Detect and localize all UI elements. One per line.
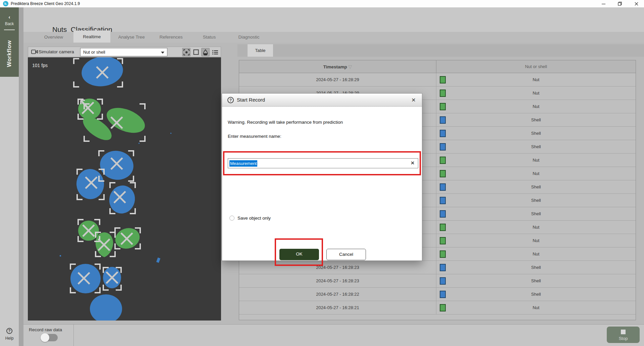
timestamp-cell: 2024-05-27 - 16:28:22: [239, 288, 436, 301]
tab-realtime[interactable]: Realtime: [73, 31, 110, 43]
close-icon: [635, 2, 638, 6]
model-select-dropdown[interactable]: Nut or shell: [80, 48, 167, 56]
class-cell: Nut: [436, 100, 636, 113]
video-camera-icon: [31, 49, 38, 56]
model-select-value: Nut or shell: [83, 50, 105, 55]
bottom-bar-divider: [73, 325, 74, 346]
table-row[interactable]: 2024-05-27 - 16:28:21Nut: [239, 301, 636, 314]
timestamp-cell: 2024-05-27 - 16:28:29: [239, 73, 436, 86]
class-cell: Nut: [436, 73, 636, 86]
window-restore-button[interactable]: [613, 0, 626, 7]
fps-counter: 101 fps: [32, 63, 48, 68]
subtab-bar: Table: [237, 44, 644, 57]
radio-button[interactable]: [229, 216, 234, 221]
column-header-timestamp[interactable]: Timestamp ▽: [239, 60, 436, 73]
main-tab-bar: Overview Realtime Analyse Tree Reference…: [23, 32, 644, 43]
rectangle-tool-button[interactable]: [192, 48, 200, 56]
stop-icon: [621, 330, 626, 334]
toggle-knob[interactable]: [41, 333, 49, 342]
class-cell: Nut: [436, 86, 636, 100]
restore-icon: [618, 2, 622, 6]
tab-table[interactable]: Table: [248, 44, 273, 57]
class-label: Shell: [436, 127, 636, 140]
record-raw-data-toggle[interactable]: [41, 334, 58, 341]
back-button[interactable]: Back: [0, 21, 19, 26]
list-view-button[interactable]: [211, 48, 219, 56]
header-band: Nuts_Classification: [23, 7, 644, 32]
camera-source-label: Simulator camera: [39, 49, 74, 54]
dialog-title: Start Record: [237, 97, 265, 103]
class-label: Nut: [436, 247, 636, 261]
dialog-close-button[interactable]: ✕: [409, 96, 418, 104]
table-row[interactable]: 2024-05-27 - 16:28:23Shell: [239, 274, 636, 288]
droplet-toggle-button[interactable]: [201, 48, 210, 56]
class-cell: Nut: [436, 247, 636, 261]
class-cell: Nut: [436, 154, 636, 167]
class-label: Nut: [436, 100, 636, 113]
auto-detect-toggle-button[interactable]: [182, 48, 191, 56]
tab-diagnostic[interactable]: Diagnostic: [230, 32, 267, 43]
class-cell: Shell: [436, 274, 636, 288]
class-label: Shell: [436, 113, 636, 127]
column-header-class[interactable]: Nut or shell: [436, 60, 636, 73]
dialog-warning-text: Warning. Recording will take performance…: [228, 120, 343, 125]
tab-references[interactable]: References: [153, 32, 190, 43]
class-cell: Nut: [436, 234, 636, 247]
radio-label: Save object only: [237, 216, 271, 221]
square-icon: [193, 49, 199, 55]
bottom-bar: Record raw data Stop: [23, 324, 644, 346]
record-raw-data-label: Record raw data: [29, 327, 62, 332]
dropdown-caret-icon: [161, 52, 164, 54]
sidebar-divider: [4, 30, 15, 30]
focus-brackets-icon: [183, 49, 190, 55]
class-label: Shell: [436, 261, 636, 274]
annotation-box-input: [223, 151, 421, 175]
detection-scene: [28, 57, 221, 321]
annotation-box-ok: [275, 238, 323, 266]
tab-analyse-tree[interactable]: Analyse Tree: [113, 32, 150, 43]
window-close-button[interactable]: [630, 0, 643, 7]
class-label: Shell: [436, 274, 636, 288]
sidebar-item-workflow[interactable]: Workflow: [0, 33, 19, 75]
tab-status[interactable]: Status: [191, 32, 228, 43]
class-label: Nut: [436, 221, 636, 234]
timestamp-cell: 2024-05-27 - 16:28:21: [239, 301, 436, 314]
class-cell: Shell: [436, 194, 636, 207]
back-chevron-icon: ‹: [0, 14, 19, 20]
cancel-button[interactable]: Cancel: [326, 249, 366, 260]
class-label: Shell: [436, 140, 636, 154]
dialog-titlebar: ? Start Record ✕: [222, 94, 422, 107]
table-row[interactable]: 2024-05-27 - 16:28:29Nut: [239, 73, 636, 86]
left-sidebar: ‹ Back Workflow ? Help: [0, 7, 19, 346]
table-header-row: Timestamp ▽ Nut or shell: [239, 60, 636, 73]
tab-overview[interactable]: Overview: [35, 32, 72, 43]
class-cell: Nut: [436, 301, 636, 314]
sort-filter-icon[interactable]: ▽: [348, 64, 352, 69]
class-cell: Shell: [436, 261, 636, 274]
pane-separator: [19, 7, 23, 346]
camera-toolbar: Simulator camera Nut or shell: [28, 47, 221, 57]
class-cell: Shell: [436, 113, 636, 127]
class-label: Shell: [436, 207, 636, 221]
timestamp-cell: 2024-05-27 - 16:28:23: [239, 261, 436, 274]
class-cell: Shell: [436, 207, 636, 221]
table-row[interactable]: 2024-05-27 - 16:28:22Shell: [239, 288, 636, 301]
window-title: Prediktera Breeze Client Geo 2024.1.9: [11, 1, 80, 6]
class-cell: Nut: [436, 167, 636, 180]
class-cell: Nut: [436, 221, 636, 234]
help-icon: ?: [6, 328, 12, 334]
app-logo-icon: b.: [3, 1, 8, 6]
class-cell: Shell: [436, 127, 636, 140]
help-section[interactable]: ? Help: [0, 325, 19, 346]
class-cell: Shell: [436, 288, 636, 301]
class-label: Nut: [436, 167, 636, 180]
window-minimize-button[interactable]: [597, 0, 610, 7]
class-label: Shell: [436, 288, 636, 301]
minimize-icon: [602, 2, 605, 6]
class-cell: Shell: [436, 180, 636, 194]
dialog-prompt-text: Enter measurement name:: [228, 134, 281, 139]
stop-button[interactable]: Stop: [607, 327, 640, 343]
class-label: Nut: [436, 86, 636, 100]
class-cell: Shell: [436, 140, 636, 154]
class-label: Nut: [436, 73, 636, 86]
